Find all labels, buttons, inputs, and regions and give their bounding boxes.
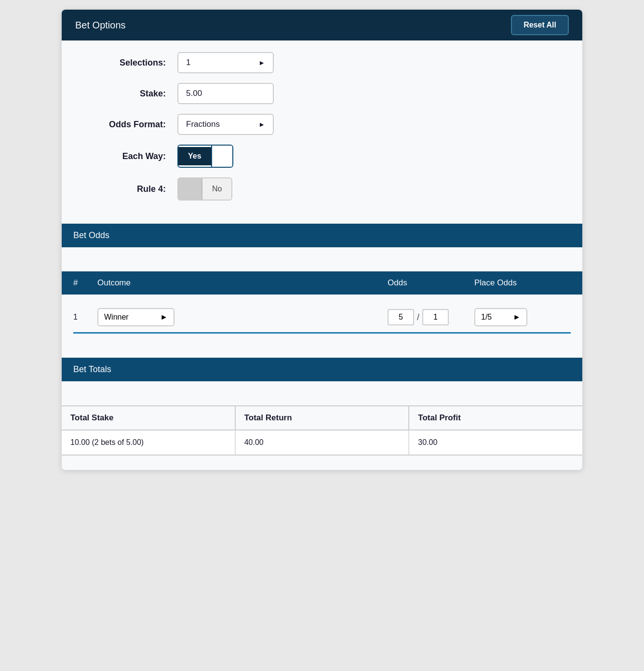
selections-control: 1 ► [177,52,274,73]
bet-odds-section [62,247,582,271]
rule4-no-option[interactable]: No [202,180,231,198]
header: Bet Options Reset All [62,10,582,40]
row-outcome: Winner ► [97,308,388,326]
stake-label: Stake: [91,89,177,99]
col-header-odds: Odds [388,278,474,288]
rule4-label: Rule 4: [91,184,177,194]
totals-data-row: 10.00 (2 bets of 5.00) 40.00 30.00 [62,430,582,455]
total-stake-value: 10.00 (2 bets of 5.00) [62,430,236,455]
odds-format-control: Fractions ► [177,114,274,135]
row-odds: / [388,309,474,325]
totals-header-row: Total Stake Total Return Total Profit [62,406,582,430]
bet-odds-section-header: Bet Odds [62,224,582,247]
odds-format-select[interactable]: Fractions ► [177,114,274,135]
each-way-row: Each Way: Yes [91,145,553,168]
bottom-spacer [62,456,582,470]
each-way-control: Yes [177,145,233,168]
odds-format-value: Fractions [186,120,220,129]
chevron-right-icon: ► [258,121,265,128]
each-way-yes-option[interactable]: Yes [178,147,211,165]
selections-select[interactable]: 1 ► [177,52,274,73]
odds-separator: / [417,312,419,322]
stake-row: Stake: [91,83,553,104]
table-row: 1 Winner ► / 1/5 ► [73,302,571,334]
row-place-odds: 1/5 ► [474,308,571,326]
total-return-value: 40.00 [236,430,410,455]
bet-odds-table-header: # Outcome Odds Place Odds [62,271,582,295]
rule4-yes-option[interactable] [178,178,202,200]
rule4-toggle[interactable]: No [177,177,232,201]
selections-label: Selections: [91,58,177,68]
col-header-place-odds: Place Odds [474,278,571,288]
chevron-right-icon: ► [513,313,521,322]
selections-row: Selections: 1 ► [91,52,553,73]
bet-odds-top-spacer [62,247,582,271]
app-container: Bet Options Reset All Selections: 1 ► St… [62,10,582,470]
total-stake-header: Total Stake [62,406,236,429]
chevron-right-icon: ► [160,313,168,322]
outcome-value: Winner [104,313,129,322]
bet-totals-top-spacer [62,381,582,405]
each-way-toggle[interactable]: Yes [177,145,233,168]
header-title: Bet Options [75,20,126,31]
totals-table: Total Stake Total Return Total Profit 10… [62,405,582,456]
place-odds-select[interactable]: 1/5 ► [474,308,527,326]
col-header-num: # [73,278,97,288]
outcome-select[interactable]: Winner ► [97,308,174,326]
bet-totals-section [62,381,582,405]
each-way-no-option[interactable] [211,146,232,167]
reset-all-button[interactable]: Reset All [511,15,569,35]
stake-control [177,83,274,104]
odds-denominator-input[interactable] [422,309,449,325]
rule4-row: Rule 4: No [91,177,553,201]
place-odds-value: 1/5 [481,313,492,322]
total-profit-value: 30.00 [409,430,582,455]
options-section: Selections: 1 ► Stake: Odds Format: Frac… [62,40,582,224]
odds-format-row: Odds Format: Fractions ► [91,114,553,135]
row-number: 1 [73,313,97,322]
selections-value: 1 [186,58,190,67]
odds-numerator-input[interactable] [388,309,414,325]
col-header-outcome: Outcome [97,278,388,288]
total-return-header: Total Return [236,406,410,429]
row-bottom-spacer [73,334,571,358]
bet-totals-section-header: Bet Totals [62,358,582,381]
total-profit-header: Total Profit [409,406,582,429]
stake-input[interactable] [177,83,274,104]
rule4-control: No [177,177,232,201]
odds-format-label: Odds Format: [91,120,177,130]
each-way-label: Each Way: [91,151,177,161]
table-row-area: 1 Winner ► / 1/5 ► [62,295,582,358]
chevron-right-icon: ► [258,59,265,67]
